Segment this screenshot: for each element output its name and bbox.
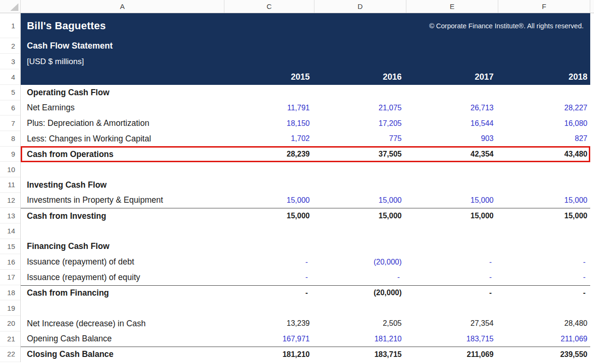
cell-value[interactable]: 21,075 (314, 104, 406, 112)
row-number[interactable]: 8 (0, 131, 20, 147)
cell-value[interactable]: - (498, 258, 590, 266)
cell-value[interactable]: - (406, 273, 498, 281)
row-number[interactable]: 1 (0, 13, 20, 38)
cell-value[interactable]: 17,205 (314, 119, 406, 128)
cell-value[interactable]: - (406, 289, 498, 297)
cell-value[interactable]: 211,069 (498, 335, 590, 343)
cell-value[interactable]: - (498, 273, 590, 281)
line-item-label[interactable]: Issuance (repayment) of equity (21, 273, 224, 282)
cell-value[interactable]: 37,505 (314, 150, 406, 158)
cell-value[interactable]: 1,702 (224, 134, 314, 143)
row-number[interactable]: 15 (0, 239, 20, 255)
cell-value[interactable]: - (314, 273, 406, 281)
cell-value[interactable]: 183,715 (406, 335, 498, 343)
select-all-corner[interactable] (0, 0, 21, 13)
cell-value[interactable]: 239,550 (498, 350, 590, 359)
cell-value[interactable]: 28,227 (498, 104, 590, 112)
cell-value[interactable]: - (224, 273, 314, 281)
row-number[interactable]: 5 (0, 85, 20, 100)
subtotal-label[interactable]: Cash from Operations (21, 149, 224, 159)
cell-value[interactable]: 27,354 (406, 319, 498, 328)
row-number[interactable]: 13 (0, 208, 20, 223)
cell-value[interactable]: (20,000) (314, 289, 406, 297)
cell-value[interactable]: (20,000) (314, 258, 406, 266)
row-number[interactable]: 10 (0, 162, 20, 177)
section-label[interactable]: Financing Cash Flow (21, 241, 224, 251)
column-header-e[interactable]: E (406, 0, 498, 13)
row-number[interactable]: 7 (0, 116, 20, 131)
cell-value[interactable]: - (406, 258, 498, 266)
cell-value[interactable]: 827 (498, 134, 590, 143)
line-item-label[interactable]: Investments in Property & Equipment (21, 195, 224, 205)
title-row[interactable]: Bill's Baguettes © Corporate Finance Ins… (21, 13, 590, 38)
column-header-d[interactable]: D (314, 0, 406, 13)
cell-value[interactable]: 181,210 (314, 335, 406, 343)
cell-value[interactable]: 18,150 (224, 119, 314, 128)
cell-value[interactable]: 43,480 (498, 150, 590, 158)
cell-value[interactable]: 15,000 (498, 196, 590, 205)
cell-value[interactable]: 15,000 (406, 212, 498, 220)
year-header-2016[interactable]: 2016 (314, 72, 406, 82)
cell-value[interactable]: 2,505 (314, 319, 406, 328)
cell-value[interactable]: 775 (314, 134, 406, 143)
cell-value[interactable]: 16,544 (406, 119, 498, 128)
cell-value[interactable]: 903 (406, 134, 498, 143)
cell-value[interactable]: 16,080 (498, 119, 590, 128)
cell-value[interactable]: 167,971 (224, 335, 314, 343)
cell-value[interactable]: 15,000 (498, 212, 590, 220)
year-header-2015[interactable]: 2015 (224, 72, 314, 82)
column-header-f[interactable]: F (498, 0, 590, 13)
row-number[interactable]: 4 (0, 69, 20, 85)
year-header-2018[interactable]: 2018 (498, 72, 590, 82)
cell-value[interactable]: - (498, 289, 590, 297)
column-header-filler (590, 0, 594, 13)
cell-value[interactable]: 181,210 (224, 350, 314, 359)
row-number[interactable]: 18 (0, 285, 20, 301)
row-number[interactable]: 22 (0, 347, 20, 362)
statement-title-cell[interactable]: Cash Flow Statement (21, 38, 590, 54)
cell-value[interactable]: 11,791 (224, 104, 314, 112)
cell-value[interactable]: 42,354 (406, 150, 498, 158)
cell-value[interactable]: 28,480 (498, 319, 590, 328)
row-number[interactable]: 14 (0, 223, 20, 239)
row-number[interactable]: 9 (0, 147, 20, 162)
section-label[interactable]: Operating Cash Flow (21, 88, 224, 98)
row-number[interactable]: 17 (0, 270, 20, 285)
subtotal-label[interactable]: Cash from Investing (21, 211, 224, 221)
table-row-issuance-equity: Issuance (repayment) of equity - - - - (21, 270, 590, 285)
cell-value[interactable]: 13,239 (224, 319, 314, 328)
subtotal-label[interactable]: Closing Cash Balance (21, 349, 224, 359)
row-number[interactable]: 19 (0, 300, 20, 316)
cell-value[interactable]: - (224, 289, 314, 297)
cell-value[interactable]: 26,713 (406, 104, 498, 112)
section-label[interactable]: Investing Cash Flow (21, 180, 224, 190)
row-number[interactable]: 6 (0, 100, 20, 116)
row-number[interactable]: 21 (0, 331, 20, 347)
cell-value[interactable]: 15,000 (224, 212, 314, 220)
cell-value[interactable]: 211,069 (406, 350, 498, 359)
line-item-label[interactable]: Net Increase (decrease) in Cash (21, 319, 224, 329)
column-header-c[interactable]: C (224, 0, 314, 13)
line-item-label[interactable]: Issuance (repayment) of debt (21, 257, 224, 267)
cell-value[interactable]: 183,715 (314, 350, 406, 359)
row-number[interactable]: 11 (0, 177, 20, 193)
subtotal-label[interactable]: Cash from Financing (21, 288, 224, 298)
row-number[interactable]: 2 (0, 38, 20, 54)
cell-value[interactable]: 15,000 (314, 196, 406, 205)
line-item-label[interactable]: Less: Changes in Working Capital (21, 134, 224, 144)
cell-value[interactable]: - (224, 258, 314, 266)
row-number[interactable]: 20 (0, 316, 20, 331)
row-number[interactable]: 16 (0, 254, 20, 270)
year-header-2017[interactable]: 2017 (406, 72, 498, 82)
cell-value[interactable]: 15,000 (406, 196, 498, 205)
cell-value[interactable]: 15,000 (224, 196, 314, 205)
column-header-a[interactable]: A (21, 0, 224, 13)
units-cell[interactable]: [USD $ millions] (21, 54, 590, 69)
line-item-label[interactable]: Net Earnings (21, 103, 224, 113)
cell-value[interactable]: 28,239 (224, 150, 314, 158)
cell-value[interactable]: 15,000 (314, 212, 406, 220)
row-number[interactable]: 12 (0, 193, 20, 208)
line-item-label[interactable]: Opening Cash Balance (21, 334, 224, 344)
line-item-label[interactable]: Plus: Depreciation & Amortization (21, 118, 224, 128)
row-number[interactable]: 3 (0, 54, 20, 69)
